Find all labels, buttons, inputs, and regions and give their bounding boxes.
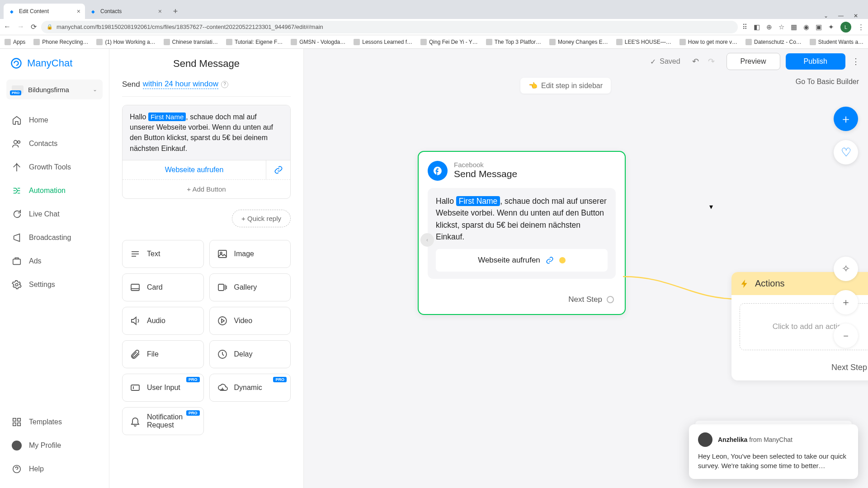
bookmark-item[interactable]: Chinese translati…: [164, 39, 218, 45]
svg-point-4: [15, 283, 18, 286]
message-preview[interactable]: Hallo First Name, schaue doch mal auf un…: [428, 188, 616, 279]
auto-arrange-button[interactable]: ✧: [834, 257, 858, 281]
block-audio[interactable]: Audio: [122, 307, 204, 335]
back-icon[interactable]: ←: [4, 23, 11, 31]
close-icon[interactable]: ×: [77, 8, 80, 15]
bookmark-item[interactable]: How to get more v…: [679, 39, 737, 45]
chevron-down-icon[interactable]: ⌄: [824, 13, 828, 19]
svg-rect-17: [218, 284, 224, 291]
block-file[interactable]: File: [122, 340, 204, 368]
svg-rect-3: [13, 259, 21, 264]
bookmark-item[interactable]: Datenschutz - Co…: [745, 39, 802, 45]
zoom-in-button[interactable]: ＋: [834, 290, 858, 314]
extension-icon[interactable]: ◧: [754, 23, 760, 31]
bookmark-item[interactable]: Tutorial: Eigene F…: [226, 39, 283, 45]
svg-point-0: [12, 59, 21, 68]
browser-tab-active[interactable]: ◆ Edit Content ×: [4, 4, 85, 19]
variable-chip: First Name: [456, 196, 500, 206]
info-icon[interactable]: ?: [221, 81, 228, 88]
minimize-icon[interactable]: —: [838, 13, 844, 19]
send-window-link[interactable]: within 24 hour window: [143, 80, 218, 89]
close-icon[interactable]: ✕: [854, 13, 858, 19]
block-dynamic[interactable]: DynamicPRO: [209, 374, 291, 402]
nav-templates[interactable]: Templates: [4, 411, 105, 433]
nav-automation[interactable]: Automation: [4, 180, 105, 202]
go-basic-builder-link[interactable]: Go To Basic Builder: [796, 78, 859, 86]
extension-icon[interactable]: ▦: [791, 23, 797, 31]
translate-icon[interactable]: ⠿: [742, 23, 747, 31]
block-delay[interactable]: Delay: [209, 340, 291, 368]
nav-help[interactable]: Help: [4, 458, 105, 480]
nav-broadcasting[interactable]: Broadcasting: [4, 227, 105, 249]
support-chat-widget[interactable]: Anzhelika from ManyChat Hey Leon, You've…: [689, 424, 858, 479]
bookmark-item[interactable]: Money Changes E…: [549, 39, 608, 45]
puzzle-icon[interactable]: ✦: [828, 23, 834, 31]
nav-ads[interactable]: Ads: [4, 250, 105, 272]
svg-rect-8: [18, 423, 20, 426]
nav-contacts[interactable]: Contacts: [4, 133, 105, 155]
bookmark-item[interactable]: Phone Recycling…: [33, 39, 88, 45]
variable-chip[interactable]: First Name: [148, 113, 186, 121]
bookmark-item[interactable]: The Top 3 Platfor…: [486, 39, 541, 45]
close-icon[interactable]: ×: [158, 8, 162, 15]
nav-profile[interactable]: My Profile: [4, 435, 105, 456]
svg-rect-15: [131, 284, 139, 291]
reload-icon[interactable]: ⟳: [31, 23, 37, 31]
connection-port[interactable]: [607, 296, 614, 303]
star-icon[interactable]: ☆: [778, 23, 784, 31]
left-navigation: ManyChat PRO Bildungsfirma ⌄ Home Contac…: [0, 49, 109, 488]
browser-tab[interactable]: ◆ Contacts ×: [85, 4, 166, 19]
new-tab-button[interactable]: +: [169, 5, 182, 18]
message-button[interactable]: Webseite aufrufen: [123, 160, 266, 179]
nav-growth-tools[interactable]: Growth Tools: [4, 156, 105, 178]
bookmark-item[interactable]: Lessons Learned f…: [354, 39, 412, 45]
workspace-selector[interactable]: PRO Bildungsfirma ⌄: [6, 80, 103, 99]
add-step-fab[interactable]: ＋: [834, 107, 858, 131]
block-card[interactable]: Card: [122, 273, 204, 301]
block-video[interactable]: Video: [209, 307, 291, 335]
extension-icon[interactable]: ◉: [803, 23, 809, 31]
send-window-row: Send within 24 hour window ?: [122, 76, 291, 97]
profile-avatar[interactable]: L: [840, 22, 851, 33]
tab-title: Edit Content: [19, 8, 49, 14]
canvas-send-message-card[interactable]: Facebook Send Message Hallo First Name, …: [418, 151, 626, 315]
svg-rect-6: [18, 418, 20, 421]
edit-in-sidebar-chip[interactable]: 👈 Edit step in sidebar: [520, 78, 611, 94]
svg-rect-20: [131, 385, 139, 390]
zoom-icon[interactable]: ⊕: [766, 23, 772, 31]
link-icon[interactable]: [266, 160, 290, 179]
block-notification[interactable]: Notification RequestPRO: [122, 407, 204, 435]
add-button[interactable]: + Add Button: [123, 179, 290, 198]
bookmark-item[interactable]: Qing Fei De Yi - Y…: [420, 39, 478, 45]
window-controls: ⌄ — ✕: [824, 13, 864, 19]
bookmark-item[interactable]: LEE'S HOUSE—…: [616, 39, 671, 45]
forward-icon[interactable]: →: [17, 23, 24, 31]
preview-button-row[interactable]: Webseite aufrufen: [436, 249, 608, 272]
bookmark-item[interactable]: (1) How Working a…: [96, 39, 155, 45]
url-input[interactable]: 🔒 manychat.com/fb198150208192061/cms/fil…: [41, 21, 738, 33]
flow-canvas[interactable]: Send Message Send within 24 hour window …: [109, 49, 868, 488]
nav-live-chat[interactable]: Live Chat: [4, 203, 105, 225]
svg-point-18: [218, 317, 226, 325]
block-image[interactable]: Image: [209, 240, 291, 268]
bookmark-item[interactable]: Student Wants a…: [810, 39, 863, 45]
connection-port[interactable]: [559, 257, 566, 263]
brand-logo[interactable]: ManyChat: [0, 57, 109, 80]
block-user-input[interactable]: User InputPRO: [122, 374, 204, 402]
extension-icon[interactable]: ▣: [816, 23, 822, 31]
nav-settings[interactable]: Settings: [4, 274, 105, 296]
bookmark-item[interactable]: GMSN - Vologda…: [291, 39, 345, 45]
menu-icon[interactable]: ⋮: [858, 23, 864, 31]
zoom-out-button[interactable]: －: [834, 324, 858, 348]
panel-title: Send Message: [109, 49, 303, 76]
block-gallery[interactable]: Gallery: [209, 273, 291, 301]
message-text[interactable]: Hallo First Name, schaue doch mal auf un…: [123, 105, 290, 160]
apps-button[interactable]: Apps: [5, 39, 25, 45]
workspace-name: Bildungsfirma: [28, 86, 69, 94]
prev-icon[interactable]: ‹: [420, 233, 434, 247]
block-text[interactable]: Text: [122, 240, 204, 268]
nav-home[interactable]: Home: [4, 109, 105, 131]
add-quick-reply-button[interactable]: + Quick reply: [232, 210, 291, 227]
favorite-fab[interactable]: ♡: [834, 140, 858, 164]
message-block[interactable]: Hallo First Name, schaue doch mal auf un…: [122, 105, 291, 199]
